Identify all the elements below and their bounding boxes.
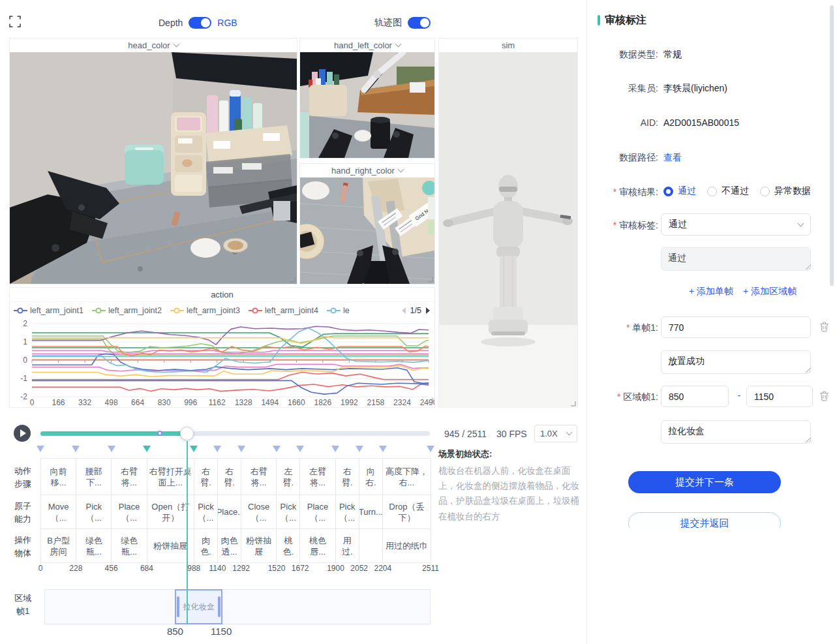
step-cell[interactable]: Pick（... xyxy=(336,495,359,529)
depth-label: Depth xyxy=(159,18,183,28)
resize-handle[interactable] xyxy=(570,401,576,406)
head-camera-title[interactable]: head_color xyxy=(10,38,297,52)
step-cell[interactable]: 高度下降，右... xyxy=(383,459,431,495)
region-end-input[interactable] xyxy=(746,386,813,407)
step-cell[interactable]: Pick（... xyxy=(194,495,218,529)
step-cell[interactable]: 粉饼抽屉 xyxy=(241,529,277,562)
playback-slider-handle[interactable] xyxy=(180,427,194,440)
boundary-marker-icon[interactable] xyxy=(356,446,363,452)
step-cell[interactable]: Place.. xyxy=(218,495,241,529)
step-cell[interactable]: Turn... xyxy=(359,495,383,529)
step-cell[interactable]: 向右. xyxy=(359,459,383,495)
boundary-marker-icon[interactable] xyxy=(331,446,339,452)
step-cell[interactable]: Close（... xyxy=(241,495,277,529)
review-tag-select[interactable]: 通过 xyxy=(661,213,811,236)
step-cell[interactable]: 肉色透... xyxy=(218,529,241,562)
resize-handle[interactable] xyxy=(290,277,296,283)
add-region-frame-link[interactable]: + 添加区域帧 xyxy=(743,286,797,298)
action-chart-panel: action left_arm_joint1left_arm_joint2lef… xyxy=(9,287,435,408)
step-cell[interactable]: 右臂. xyxy=(336,459,359,495)
boundary-marker-icon[interactable] xyxy=(108,446,115,452)
chevron-down-icon xyxy=(173,41,179,48)
boundary-marker-icon[interactable] xyxy=(72,446,80,452)
region-frame-segment[interactable]: 拉化妆盒 xyxy=(175,589,222,624)
radio-abnormal[interactable]: 异常数据 xyxy=(760,185,811,197)
step-cell[interactable]: 腰部下... xyxy=(76,459,112,495)
joint-trajectory-chart[interactable]: 210-1-2016633249866483099611621328149416… xyxy=(10,318,434,408)
step-cell[interactable]: Move（... xyxy=(41,495,76,529)
step-cell[interactable]: 右臂将... xyxy=(241,459,277,495)
step-cell[interactable]: 右臂. xyxy=(194,459,218,495)
legend-item[interactable]: left_arm_joint1 xyxy=(14,306,84,315)
resize-handle[interactable] xyxy=(427,277,433,283)
single-frame-note-textarea[interactable]: 放置成功 xyxy=(661,350,811,374)
pager-prev-icon[interactable] xyxy=(401,307,406,314)
boundary-marker-icon[interactable] xyxy=(296,446,304,452)
playback-slider[interactable] xyxy=(40,431,430,436)
boundary-marker-icon[interactable] xyxy=(213,446,221,452)
chevron-down-icon xyxy=(395,41,402,48)
hand-right-camera-title[interactable]: hand_right_color xyxy=(300,164,434,177)
step-cell[interactable]: Pick（... xyxy=(277,495,300,529)
step-cell[interactable]: 用过的纸巾 xyxy=(383,529,431,562)
sim-panel: sim xyxy=(438,38,578,408)
add-single-frame-link[interactable]: + 添加单帧 xyxy=(689,286,733,298)
step-cell[interactable]: 右臂将... xyxy=(112,459,147,495)
legend-item[interactable]: left_arm_joint3 xyxy=(170,306,240,315)
step-cell[interactable]: 桃色. xyxy=(277,529,300,562)
trajectory-toggle[interactable] xyxy=(408,17,431,29)
step-cell[interactable]: B户型房间 xyxy=(41,529,76,562)
single-frame-marker-dot[interactable] xyxy=(157,431,162,436)
hand-right-camera-panel: hand_right_color xyxy=(299,163,435,284)
step-cell[interactable]: 肉色. xyxy=(194,529,218,562)
step-cell[interactable]: Pick（... xyxy=(76,495,112,529)
boundary-marker-icon[interactable] xyxy=(143,446,151,452)
step-cell[interactable]: 绿色瓶... xyxy=(76,529,112,562)
boundary-marker-icon[interactable] xyxy=(190,446,198,452)
region-note-textarea[interactable]: 拉化妆盒 xyxy=(661,420,811,444)
submit-return-button[interactable]: 提交并返回 xyxy=(628,512,781,528)
single-frame-input[interactable] xyxy=(661,316,811,338)
step-cell[interactable]: 桃色唇... xyxy=(300,529,335,562)
delete-region-frame-button[interactable] xyxy=(819,391,830,402)
region-start-input[interactable] xyxy=(661,386,729,407)
delete-single-frame-button[interactable] xyxy=(819,322,830,333)
hand-left-camera-title[interactable]: hand_left_color xyxy=(300,38,434,52)
step-cell[interactable]: 右臂. xyxy=(218,459,241,495)
fullscreen-icon[interactable] xyxy=(9,16,21,27)
legend-item[interactable]: left_arm_joint2 xyxy=(92,306,162,315)
legend-item[interactable]: le xyxy=(327,306,350,315)
boundary-marker-icon[interactable] xyxy=(379,446,387,452)
speed-select[interactable]: 1.0X xyxy=(534,425,577,442)
step-cell[interactable]: Drop（丢下） xyxy=(383,495,431,529)
submit-next-button[interactable]: 提交并下一条 xyxy=(628,471,781,493)
depth-rgb-toggle[interactable] xyxy=(189,17,211,29)
step-cell[interactable]: 左臂将... xyxy=(300,459,335,495)
boundary-marker-icon[interactable] xyxy=(237,446,245,452)
step-cell[interactable]: 绿色瓶... xyxy=(112,529,147,562)
boundary-marker-icon[interactable] xyxy=(273,446,281,452)
data-path-view-link[interactable]: 查看 xyxy=(663,151,682,164)
radio-pass[interactable]: 通过 xyxy=(663,185,696,197)
radio-fail[interactable]: 不通过 xyxy=(707,185,749,197)
boundary-marker-icon[interactable] xyxy=(37,446,44,452)
review-tag-note-textarea[interactable]: 通过 xyxy=(661,247,811,271)
step-cell[interactable]: Place（... xyxy=(300,495,335,529)
legend-item[interactable]: left_arm_joint4 xyxy=(249,306,318,315)
step-cell[interactable]: 左臂. xyxy=(277,459,300,495)
svg-text:1992: 1992 xyxy=(341,398,358,407)
step-cell[interactable]: 用过. xyxy=(336,529,359,562)
step-cell[interactable]: 向前移... xyxy=(41,459,76,495)
resize-handle[interactable] xyxy=(427,394,433,406)
play-button[interactable] xyxy=(14,425,31,442)
boundary-marker-icon[interactable] xyxy=(427,446,434,452)
depth-rgb-toggle-group: Depth RGB xyxy=(159,17,237,29)
hand-left-camera-video xyxy=(300,52,434,158)
row-label-region-frame: 区域帧1 xyxy=(13,592,33,618)
pager-next-icon[interactable] xyxy=(425,307,431,314)
scrollbar-thumb[interactable] xyxy=(830,5,834,286)
step-cell[interactable]: Place（... xyxy=(112,495,147,529)
region-frame-track[interactable]: 拉化妆盒 xyxy=(44,589,431,624)
step-boundary-markers xyxy=(40,446,431,455)
step-cell[interactable] xyxy=(359,529,383,562)
